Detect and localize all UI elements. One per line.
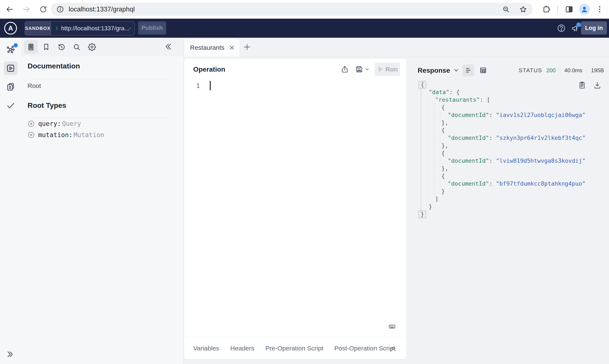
expand-plus-icon[interactable]	[27, 131, 35, 139]
settings-icon[interactable]	[85, 40, 99, 54]
footer-tab-pre-operation-script[interactable]: Pre-Operation Script	[265, 345, 323, 352]
indent-guide	[440, 134, 441, 142]
doc-root-item[interactable]: Root	[27, 82, 41, 90]
search-icon[interactable]	[70, 40, 83, 54]
publish-button[interactable]: Publish	[138, 21, 166, 35]
json-line: },	[418, 119, 607, 127]
schema-graph-icon[interactable]	[4, 43, 17, 56]
keyboard-shortcuts-icon[interactable]	[387, 323, 397, 330]
zoom-out-icon[interactable]	[502, 5, 510, 13]
endpoint-input[interactable]: SANDBOX http://localhost:1337/gra...	[25, 21, 135, 36]
response-size: 195B	[591, 67, 604, 74]
tab-restaurants[interactable]: Restaurants	[184, 39, 240, 57]
indent-guide	[434, 104, 434, 111]
response-title: Response	[418, 66, 450, 74]
browser-menu-icon[interactable]	[595, 5, 604, 14]
json-line: "documentId": "szkyn3pr64r1v2lkebf3t4qc"	[418, 134, 607, 142]
editor-line-number: 1	[196, 82, 200, 90]
footer-tab-post-operation-script[interactable]: Post-Operation Script	[334, 345, 395, 352]
changes-diff-icon[interactable]	[4, 80, 17, 94]
profile-avatar[interactable]	[579, 4, 590, 15]
indent-guide	[428, 104, 428, 111]
explorer-icon[interactable]	[4, 62, 17, 75]
status-code: 200	[546, 67, 556, 74]
response-json: {"data": {"restaurants": [{"documentId":…	[418, 81, 607, 218]
indent-guide	[434, 157, 434, 165]
browser-reload-button[interactable]	[38, 4, 48, 14]
operation-title: Operation	[193, 65, 225, 73]
browser-forward-button[interactable]	[21, 4, 31, 14]
indent-guide	[434, 134, 434, 142]
footer-tab-variables[interactable]: Variables	[193, 345, 219, 352]
endpoint-settings-icon[interactable]	[129, 25, 131, 32]
indent-guide	[428, 165, 428, 172]
indent-guide	[434, 142, 434, 149]
documentation-panel: Documentation Root Root Types query: Que…	[21, 56, 183, 364]
root-types-title: Root Types	[27, 101, 66, 110]
response-menu-chevron-icon[interactable]	[453, 67, 459, 74]
field-name: mutation:	[38, 131, 73, 139]
save-menu-chevron-icon[interactable]	[364, 65, 370, 74]
toolbar-divider	[557, 5, 558, 13]
indent-guide	[434, 187, 434, 195]
sandbox-header: A SANDBOX http://localhost:1337/gra... P…	[0, 19, 609, 38]
site-info-icon[interactable]	[56, 5, 64, 13]
response-panel: Response STATUS 200 40.0ms 195B {"data":…	[406, 59, 609, 364]
new-tab-button[interactable]	[242, 42, 252, 52]
status-label: STATUS	[519, 67, 542, 74]
announcement-badge-dot	[576, 23, 581, 27]
json-line: }	[418, 187, 607, 195]
json-line: {	[418, 172, 607, 180]
expand-sidebar-icon[interactable]	[0, 350, 21, 359]
indent-guide	[440, 180, 441, 187]
footer-tab-headers[interactable]: Headers	[230, 345, 254, 352]
divider	[27, 118, 172, 118]
editor-cursor[interactable]	[210, 81, 211, 90]
response-time: 40.0ms	[564, 67, 582, 74]
tab-close-icon[interactable]	[229, 44, 235, 51]
share-operation-icon[interactable]	[340, 65, 349, 74]
json-line: "restaurants": [	[418, 96, 607, 104]
raw-view-toggle-icon[interactable]	[462, 65, 474, 76]
indent-guide	[428, 157, 428, 165]
indent-guide	[434, 127, 434, 134]
table-view-toggle-icon[interactable]	[477, 65, 489, 76]
side-panel-icon[interactable]	[565, 5, 574, 14]
browser-back-button[interactable]	[5, 4, 15, 14]
indent-guide	[428, 119, 428, 127]
address-bar[interactable]: localhost:1337/graphql	[51, 3, 533, 16]
run-button[interactable]: Run	[375, 63, 400, 76]
sandbox-badge: SANDBOX	[25, 22, 51, 35]
collapse-panel-icon[interactable]	[164, 42, 172, 51]
checks-icon[interactable]	[4, 99, 17, 112]
extensions-icon[interactable]	[542, 5, 551, 14]
indent-guide	[428, 172, 428, 180]
login-button[interactable]: Log in	[581, 21, 607, 35]
bookmark-icon[interactable]	[39, 40, 53, 54]
expand-plus-icon[interactable]	[27, 120, 35, 127]
url-text[interactable]: localhost:1337/graphql	[69, 5, 135, 13]
root-type-row[interactable]: query: Query	[27, 120, 104, 127]
expand-footer-icon[interactable]	[389, 345, 397, 352]
json-line: },	[418, 142, 607, 149]
json-line: }	[418, 210, 607, 218]
root-type-row[interactable]: mutation: Mutation	[27, 131, 104, 139]
bookmark-star-icon[interactable]	[519, 5, 527, 13]
indent-guide	[434, 180, 434, 187]
documentation-tab-icon[interactable]	[24, 40, 38, 54]
json-line: {	[418, 104, 607, 111]
endpoint-status-dot	[57, 26, 57, 30]
root-types-list: query: Querymutation: Mutation	[27, 120, 104, 142]
fold-toggle[interactable]: }	[418, 211, 426, 218]
indent-guide	[428, 142, 428, 149]
announcements-icon[interactable]	[571, 24, 580, 33]
endpoint-url[interactable]: http://localhost:1337/gra...	[61, 25, 129, 32]
save-operation-icon[interactable]	[355, 65, 364, 74]
help-icon[interactable]	[557, 24, 566, 33]
fold-toggle[interactable]: {	[418, 81, 426, 89]
indent-guide	[428, 134, 428, 142]
json-line: ]	[418, 195, 607, 203]
history-icon[interactable]	[55, 40, 68, 54]
apollo-logo[interactable]: A	[4, 22, 17, 35]
indent-guide	[434, 149, 434, 157]
